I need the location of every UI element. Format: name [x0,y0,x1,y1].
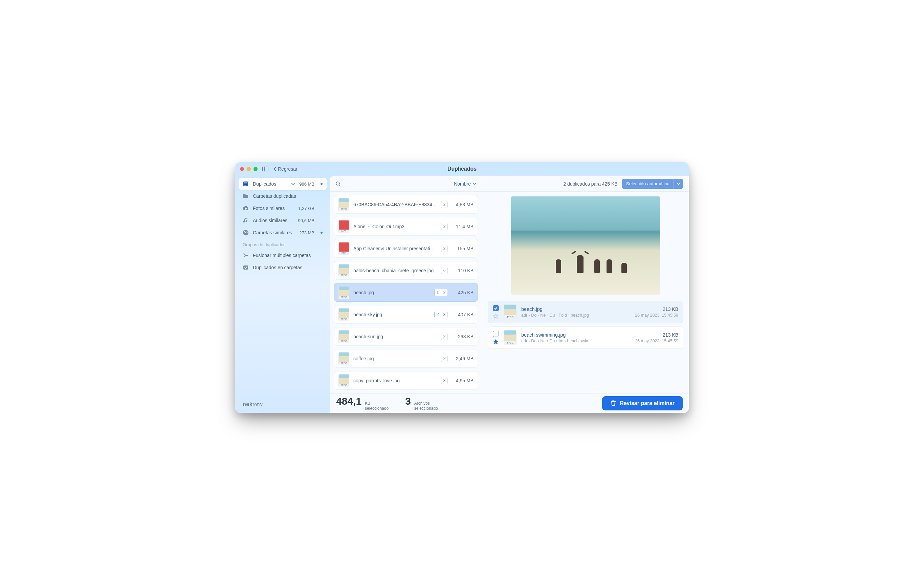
sort-button[interactable]: Nombre [454,181,477,187]
star-icon[interactable] [493,313,499,319]
sidebar-toggle-icon[interactable] [262,167,268,172]
sort-label: Nombre [454,181,471,187]
file-size: 4,95 MB [452,378,474,383]
duplicate-file-date: 26 may 2023, 15:45:59 [635,313,678,318]
duplicate-file-size: 213 KB [635,332,678,338]
svg-point-11 [336,182,339,185]
zoom-icon[interactable] [254,167,258,171]
music-icon [242,218,249,224]
file-thumbnail: JPEG [504,305,517,319]
sidebar-item-size: 986 MB [299,181,314,187]
badge-group: 2 [441,333,448,340]
file-thumbnail: JPEG [338,308,349,321]
chevron-down-icon [291,182,295,186]
file-size: 11,4 MB [452,224,474,229]
file-thumbnail: JPEG [338,198,349,211]
list-header: Nombre [330,176,482,192]
list-row[interactable]: JPEG beach-sun.jpg 2 263 KB [334,327,478,346]
list-row[interactable]: JPEG beach.jpg 12 425 KB [334,283,478,302]
chevron-left-icon [273,167,277,172]
list-row[interactable]: JPEG beach-sky.jpg 23 407 KB [334,305,478,324]
detail-body: JPEG beach.jpg adrDoNeDuFoldbeach.jpg 21… [482,192,689,393]
sidebar-nav: Duplicados 986 MB Carpetas duplicadas Fo… [239,178,326,398]
minimize-icon[interactable] [247,167,251,171]
selected-count-value: 3 [405,396,411,407]
auto-select-label: Selección automática [622,181,674,186]
review-remove-button[interactable]: Revisar para eliminar [602,396,683,410]
body: Duplicados 986 MB Carpetas duplicadas Fo… [235,176,689,413]
merge-icon [242,252,249,258]
sidebar-item-carpetas-similares[interactable]: Carpetas similares 273 MB [239,227,326,239]
duplicate-file-path: adrDoNeDuImbeach swim [521,338,630,343]
svg-point-8 [245,232,246,233]
sidebar-item-size: 90,6 MB [298,218,314,223]
sidebar-item-size: 273 MB [299,230,314,235]
back-button[interactable]: Regresar [273,166,298,172]
list-row[interactable]: JPEG coffee.jpg 2 2,46 MB [334,349,478,368]
file-thumbnail: MP3 [338,220,349,233]
sidebar-item-label: Audios similares [253,218,294,223]
list-row[interactable]: JPEG balos-beach_chania_crete_greece.jpg… [334,261,478,280]
trash-icon [610,400,617,407]
folder-icon [242,193,249,199]
svg-marker-13 [493,314,498,318]
file-thumbnail: JPEG [338,286,349,299]
chevron-down-icon [473,183,477,185]
file-size: 110 KB [452,268,474,273]
sidebar-item-audios-similares[interactable]: Audios similares 90,6 MB [239,214,326,227]
sidebar-item-label: Carpetas similares [253,230,295,235]
chevron-down-icon [677,183,680,185]
svg-marker-14 [493,339,498,344]
checkbox[interactable] [493,331,499,337]
close-icon[interactable] [240,167,244,171]
badge-group: 3 [441,377,448,384]
sidebar-item-fotos-similares[interactable]: Fotos similares 1,27 GB [239,202,326,214]
duplicate-file-size: 213 KB [635,307,678,312]
badge-group: 23 [434,311,448,318]
check-folder-icon [242,264,249,270]
sidebar-item-duplicados-en-carpetas[interactable]: Duplicados en carpetas [239,261,326,273]
badge-group: 2 [441,201,448,208]
svg-point-6 [245,208,247,210]
checkbox[interactable] [493,305,499,311]
file-size: 425 KB [452,290,474,295]
sidebar-item-duplicados[interactable]: Duplicados 986 MB [239,178,326,190]
review-remove-label: Revisar para eliminar [620,400,675,407]
file-name: beach.jpg [353,290,430,295]
auto-select-button[interactable]: Selección automática [622,179,683,189]
camera-icon [242,205,249,211]
search-icon[interactable] [335,181,341,187]
list-row[interactable]: PDF App Cleaner & Uninstaller presentati… [334,239,478,258]
file-thumbnail: JPEG [338,374,349,387]
svg-rect-0 [263,167,268,171]
file-name: beach-sky.jpg [353,312,430,317]
duplicate-item[interactable]: JPEG beach.jpg adrDoNeDuFoldbeach.jpg 21… [488,301,683,323]
file-size: 4,83 MB [452,202,474,207]
svg-rect-3 [244,183,247,183]
badge-group: 6 [441,267,448,274]
list-rows[interactable]: JPEG 670BAC86-CA54-4BA2-BBAF-E8334… 2 4,… [330,192,482,393]
count-badge: 1 [434,289,441,296]
badge-group: 2 [441,355,448,362]
file-thumbnail: PDF [338,242,349,255]
selected-size-unit: KB [365,401,388,406]
count-badge: 2 [441,289,448,296]
sidebar-item-carpetas-duplicadas[interactable]: Carpetas duplicadas [239,190,326,202]
back-label: Regresar [278,166,298,172]
list-row[interactable]: JPEG 670BAC86-CA54-4BA2-BBAF-E8334… 2 4,… [334,195,478,214]
auto-select-dropdown[interactable] [674,179,683,189]
badge-group: 2 [441,223,448,230]
selected-size-stat: 484,1 KB seleccionado [336,396,388,411]
file-size: 155 MB [452,246,474,251]
svg-rect-4 [244,184,247,184]
file-thumbnail: JPEG [504,330,517,345]
duplicate-item[interactable]: JPEG beach swimming.jpg adrDoNeDuImbeach… [488,326,683,349]
sidebar-item-fusionar-múltiples-carpetas[interactable]: Fusionar múltiples carpetas [239,249,326,261]
list-row[interactable]: MP3 Alone_-_Color_Out.mp3 2 11,4 MB [334,217,478,236]
detail-header: 2 duplicados para 425 KB Selección autom… [482,176,689,192]
divider [397,397,397,409]
star-icon[interactable] [493,339,499,345]
list-row[interactable]: JPEG copy_parrots_love.jpg 3 4,95 MB [334,371,478,390]
selected-size-label: seleccionado [365,406,388,411]
file-name: copy_parrots_love.jpg [353,378,437,383]
